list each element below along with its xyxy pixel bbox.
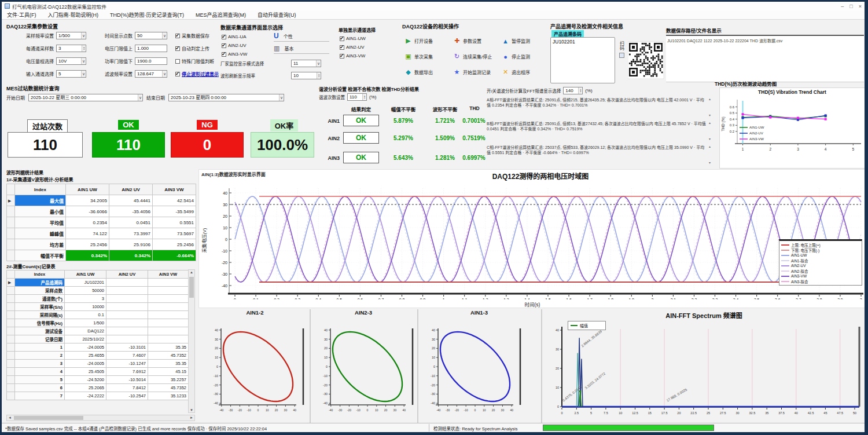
svg-text:2.2: 2.2	[692, 298, 697, 299]
scroll-down-icon[interactable]	[709, 161, 711, 165]
power-lower-limit-field[interactable]: 1900.0	[135, 57, 167, 65]
checkbox-label: AIN3-VW	[228, 52, 247, 57]
filter-frequency-select[interactable]: 128.647	[135, 70, 167, 78]
table-row[interactable]: 记录日期2025/10/22	[7, 335, 189, 343]
menu-item[interactable]: MES产品追溯查询(M)	[196, 11, 246, 19]
minimize-button[interactable]: –	[841, 3, 844, 9]
param-config-button[interactable]: ✚参数设置	[453, 33, 502, 49]
records-horizontal-scrollbar[interactable]: ◄►	[6, 415, 195, 421]
lissajous-ain1-2: AIN1-2 403020100-10-20-30-40-40-30-20-10…	[201, 309, 308, 423]
column-header[interactable]: Index	[15, 270, 65, 279]
column-header[interactable]: Index	[15, 184, 66, 195]
checkbox-ain2-uv[interactable]: AIN2-UV	[222, 42, 247, 49]
checkbox-save-data[interactable]: 采集数据保存	[175, 32, 209, 39]
mode-button-custom[interactable]: U 个性	[274, 32, 329, 42]
checkbox-label: AIN2-UV	[228, 43, 247, 48]
table-row[interactable]: 3-24.0005-10.124735.35	[7, 360, 189, 368]
checkbox-auto-upload[interactable]: 自动判定上传	[175, 45, 209, 52]
menu-item[interactable]: 自动升级查询(U)	[258, 11, 296, 19]
export-data-button[interactable]: ◆数据导出	[404, 64, 453, 80]
menu-item[interactable]: THD(%)趋势图·历史记录查询(T)	[110, 11, 184, 19]
harmonic-count-stepper[interactable]: 110	[347, 93, 367, 101]
column-header[interactable]: AIN3 VW	[153, 184, 196, 195]
scroll-up-icon[interactable]	[709, 97, 711, 101]
fft-display-unit: (%)	[585, 88, 592, 93]
table-row[interactable]: 最小值-36.6066-35.4056-35.5499	[7, 206, 196, 217]
start-date-picker[interactable]: 2025-10-22 星期三 0:00:00	[28, 94, 143, 101]
svg-text:-40: -40	[431, 401, 435, 405]
scan-controls: 扫码	[617, 41, 626, 58]
stop-monitor-button[interactable]: ●停止监测	[502, 49, 550, 64]
start-record-button[interactable]: ★开始监测记录	[453, 64, 502, 80]
table-row[interactable]: 平均值0.23540.04510.5551	[7, 217, 196, 228]
lissajous-ellipse-AIN1-2	[223, 332, 293, 401]
scroll-down-icon[interactable]	[709, 137, 711, 141]
voltage-upper-limit-field[interactable]: 1.000	[135, 45, 167, 52]
column-header[interactable]: AIN3 VW	[148, 270, 189, 279]
thd-row-label: AIN2	[319, 136, 340, 141]
table-row[interactable]: 1-24.0005-10.310135.35	[7, 343, 189, 352]
checkbox-ain3-vw[interactable]: AIN3-VW	[222, 50, 247, 58]
close-button[interactable]: ×	[859, 3, 862, 9]
table-row[interactable]: 最大值34.200545.444142.5414	[7, 195, 196, 206]
refresh-rate-stepper[interactable]: 10	[291, 72, 321, 79]
svg-text:0.3: 0.3	[730, 123, 735, 127]
checkbox-ain1-ua[interactable]: AIN1-UA	[222, 33, 247, 41]
fft-display-stepper[interactable]: 140	[563, 87, 583, 94]
table-row[interactable]: 225.46557.460745.7352	[7, 352, 189, 360]
continuous-acquire-button[interactable]: ↻连续采集/停止	[453, 49, 502, 64]
svg-text:20: 20	[492, 408, 495, 412]
scroll-down-icon[interactable]	[709, 114, 711, 117]
fft-legend-label: 幅值	[580, 323, 588, 328]
table-row[interactable]: 425.45057.691245.15	[7, 368, 189, 376]
thd-value: 1.281%	[425, 155, 465, 161]
table-row[interactable]: 625.20657.841245.7352	[7, 384, 189, 392]
checkbox-ain2-uv-b[interactable]: AIN2-UV	[340, 43, 365, 51]
monitor-mode-select[interactable]: 11	[291, 60, 321, 67]
menu-item[interactable]: 入门指南·帮助说明(H)	[48, 11, 99, 19]
checkbox-ain1-uw[interactable]: AIN1-UW	[340, 35, 366, 42]
stop-monitor-icon: ●	[502, 53, 509, 60]
table-row[interactable]: 7-24.2222-10.254735.1233	[7, 392, 189, 400]
input-channels-select[interactable]: 5	[56, 70, 86, 78]
acq-label: 时间显示点数	[89, 32, 133, 39]
exit-button[interactable]: ✕退出程序	[502, 64, 550, 80]
table-row[interactable]: 均方差25.245625.910625.2456	[7, 239, 196, 250]
sample-rate-select[interactable]: 1/500	[56, 32, 86, 39]
checkbox-special-limit[interactable]: 特殊门限值判断	[175, 57, 214, 65]
table-row[interactable]: 采样点数50000	[7, 287, 189, 295]
column-header[interactable]: AIN2 UV	[106, 270, 148, 279]
barcode-input[interactable]: JU102201	[550, 37, 615, 83]
samples-per-channel-stepper[interactable]: 3	[56, 45, 86, 52]
thd-result-badge: OK	[343, 132, 379, 144]
table-row[interactable]: 5-24.5200-10.501435.2257	[7, 376, 189, 384]
display-points-select[interactable]: 50	[135, 32, 167, 39]
window-title: 打气机电容测试-DAQ122数据采集监控软件	[12, 3, 106, 10]
table-row[interactable]: 信号频率(Hz)1/500	[7, 319, 189, 327]
pause-monitor-button[interactable]: ▲暂停监测	[502, 33, 550, 49]
column-header[interactable]: AIN1 UW	[65, 270, 106, 279]
end-date-picker[interactable]: 2025-10-23 星期四 0:00:00	[168, 94, 284, 101]
scroll-up-icon[interactable]	[709, 145, 711, 148]
column-header[interactable]: AIN2 UV	[109, 184, 153, 195]
table-row[interactable]: 幅值不平衡0.342%0.342%-0.664%	[7, 250, 196, 261]
table-row[interactable]: 测试设备DAQ122	[7, 327, 189, 335]
records-vertical-scrollbar[interactable]: ▲▼	[188, 269, 195, 413]
single-acquire-button[interactable]: ▣单次采集	[404, 49, 453, 64]
table-row[interactable]: 采样间隔(s)0.1	[7, 311, 189, 319]
mode-button-basic[interactable]: ▥ 基本	[274, 45, 329, 54]
checkbox-stop-filter-display[interactable]: 停止波形过滤显示	[175, 70, 219, 78]
table-row[interactable]: 通道数(个)3	[7, 295, 189, 303]
column-header[interactable]: AIN1 UW	[66, 184, 109, 195]
maximize-button[interactable]: □	[849, 3, 852, 9]
voltage-range-select[interactable]: 10V	[56, 57, 86, 65]
svg-text:30: 30	[501, 408, 505, 412]
table-row[interactable]: 峰峰值74.12273.399773.5697	[7, 228, 196, 239]
menu-item[interactable]: 文件·工具(F)	[7, 11, 36, 19]
scroll-up-icon[interactable]	[709, 121, 711, 125]
checkbox-ain3-vw-b[interactable]: AIN3-VW	[340, 52, 365, 60]
refresh-icon[interactable]	[619, 53, 624, 58]
table-row[interactable]: 采样率(S/s)10000	[7, 303, 189, 311]
table-row[interactable]: 产品追溯码JU102201	[7, 279, 189, 287]
open-device-button[interactable]: ▶打开设备	[404, 33, 453, 49]
